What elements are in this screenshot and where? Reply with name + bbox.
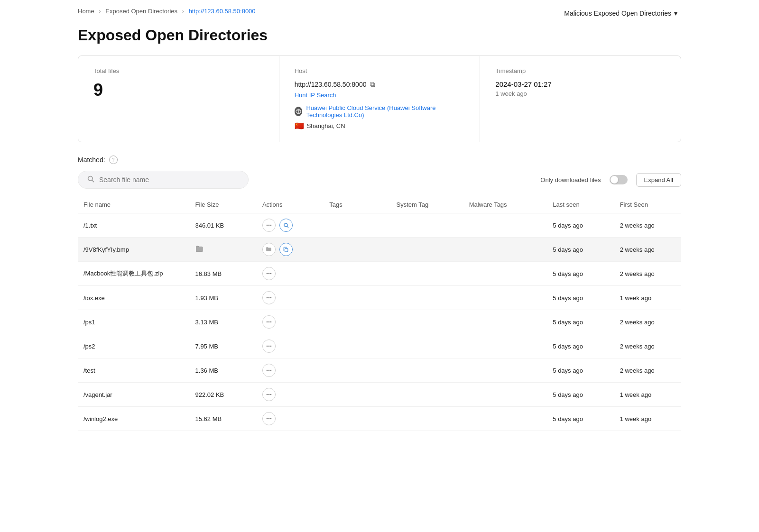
table-row: /test1.36 MB5 days ago2 weeks ago [78,358,681,383]
table-body: /1.txt346.01 KB5 days ago2 weeks ago/9V8… [78,213,681,431]
isp-name[interactable]: Huawei Public Cloud Service (Huawei Soft… [306,104,464,119]
toggle-label: Only downloaded files [540,176,601,183]
breadcrumb-url[interactable]: http://123.60.58.50:8000 [189,8,256,15]
table-row: /1.txt346.01 KB5 days ago2 weeks ago [78,213,681,238]
expand-all-button[interactable]: Expand All [636,173,681,187]
search-input[interactable] [99,176,240,183]
cell-tags [324,334,390,358]
timestamp-label: Timestamp [495,67,666,74]
svg-point-22 [267,370,268,371]
cell-filesize: 346.01 KB [190,213,257,238]
info-card: Total files 9 Host http://123.60.58.50:8… [78,55,681,142]
action-copy-button[interactable] [279,243,293,256]
svg-point-26 [268,394,269,395]
table-row: /9V8fKyfYIy.bmp5 days ago2 weeks ago [78,238,681,262]
top-bar: Home › Exposed Open Directories › http:/… [78,8,681,19]
cell-filesize: 16.83 MB [190,262,257,286]
toolbar-right: Only downloaded files Expand All [540,173,681,187]
cell-filesize: 1.36 MB [190,358,257,383]
action-ellipsis-button[interactable] [262,291,276,304]
svg-point-16 [267,321,268,322]
total-files-label: Total files [93,67,264,74]
cell-malware [463,213,547,238]
svg-point-5 [268,225,269,226]
cell-lastseen: 5 days ago [547,213,614,238]
table-row: /vagent.jar922.02 KB5 days ago1 week ago [78,383,681,407]
action-ellipsis-button[interactable] [262,315,276,329]
action-ellipsis-button[interactable] [262,412,276,425]
cell-tags [324,407,390,431]
svg-line-3 [92,180,94,182]
timestamp-ago: 1 week ago [495,90,666,97]
cell-filename: /Macbook性能调教工具包.zip [78,262,190,286]
cell-actions [257,358,324,383]
svg-point-17 [268,321,269,322]
cell-tags [324,310,390,334]
svg-point-24 [270,370,271,371]
cell-malware [463,262,547,286]
cell-lastseen: 5 days ago [547,286,614,310]
action-ellipsis-button[interactable] [262,267,276,280]
table-row: /ps27.95 MB5 days ago2 weeks ago [78,334,681,358]
timestamp-date: 2024-03-27 01:27 [495,80,666,88]
malicious-directories-button[interactable]: Malicious Exposed Open Directories ▾ [560,8,681,19]
svg-point-6 [270,225,271,226]
location-row: 🇨🇳 Shanghai, CN [295,121,465,130]
malicious-directories-label: Malicious Exposed Open Directories [564,9,671,17]
cell-filesize: 922.02 KB [190,383,257,407]
cell-actions [257,213,324,238]
hunt-ip-search-link[interactable]: Hunt IP Search [295,92,465,99]
cell-filename: /test [78,358,190,383]
timestamp-section: Timestamp 2024-03-27 01:27 1 week ago [480,56,681,142]
action-folder-button[interactable] [262,243,276,256]
cell-firstseen: 2 weeks ago [614,334,681,358]
col-header-filename: File name [78,196,190,213]
folder-icon [195,248,204,255]
cell-filename: /ps2 [78,334,190,358]
breadcrumb-section[interactable]: Exposed Open Directories [105,8,177,15]
table-row: /winlog2.exe15.62 MB5 days ago1 week ago [78,407,681,431]
svg-point-11 [268,273,269,274]
copy-icon[interactable]: ⧉ [370,80,375,89]
help-icon[interactable]: ? [109,156,118,164]
cell-tags [324,262,390,286]
cell-malware [463,383,547,407]
svg-point-19 [267,346,268,347]
action-ellipsis-button[interactable] [262,388,276,401]
cell-actions [257,238,324,262]
cell-actions [257,334,324,358]
cell-lastseen: 5 days ago [547,383,614,407]
total-files-section: Total files 9 [78,56,279,142]
action-ellipsis-button[interactable] [262,219,276,232]
cell-lastseen: 5 days ago [547,238,614,262]
cell-malware [463,286,547,310]
cell-filename: /ps1 [78,310,190,334]
cell-filename: /vagent.jar [78,383,190,407]
cell-systag [391,213,463,238]
cell-tags [324,286,390,310]
matched-row: Matched: ? [78,156,681,164]
country-flag: 🇨🇳 [295,121,304,130]
col-header-actions: Actions [257,196,324,213]
svg-point-12 [270,273,271,274]
action-ellipsis-button[interactable] [262,364,276,377]
downloaded-files-toggle[interactable] [610,175,628,184]
isp-row: Huawei Public Cloud Service (Huawei Soft… [295,104,465,119]
cell-systag [391,310,463,334]
breadcrumb-home[interactable]: Home [78,8,94,15]
cell-actions [257,262,324,286]
host-section: Host http://123.60.58.50:8000 ⧉ Hunt IP … [279,56,481,142]
cell-filename: /1.txt [78,213,190,238]
cell-filesize: 3.13 MB [190,310,257,334]
location-text: Shanghai, CN [307,122,345,129]
svg-point-29 [268,418,269,419]
cell-firstseen: 1 week ago [614,286,681,310]
cell-actions [257,383,324,407]
col-header-systag: System Tag [391,196,463,213]
cell-systag [391,407,463,431]
cell-lastseen: 5 days ago [547,334,614,358]
action-search-button[interactable] [279,219,293,232]
svg-point-14 [268,297,269,298]
action-ellipsis-button[interactable] [262,339,276,353]
breadcrumb: Home › Exposed Open Directories › http:/… [78,8,256,15]
